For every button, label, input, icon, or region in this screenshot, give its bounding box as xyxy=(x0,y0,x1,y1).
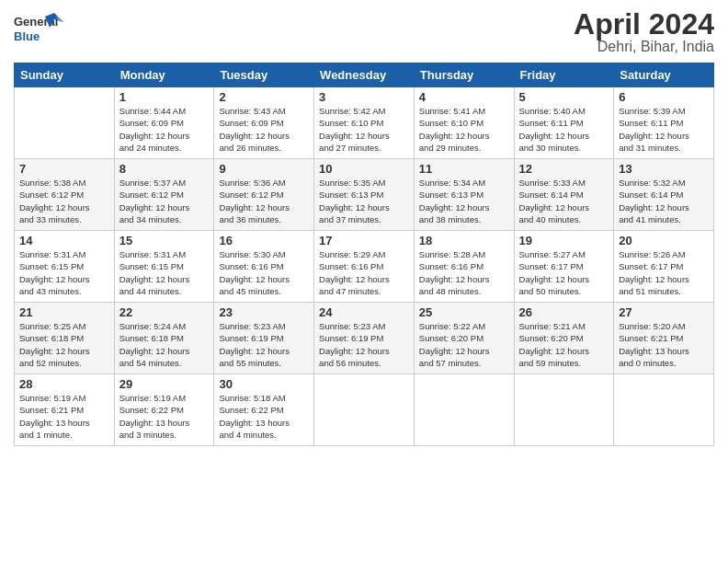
day-number: 30 xyxy=(219,377,309,391)
calendar-cell xyxy=(514,374,614,446)
day-info: Sunrise: 5:42 AM Sunset: 6:10 PM Dayligh… xyxy=(319,105,409,154)
calendar-cell: 8Sunrise: 5:37 AM Sunset: 6:12 PM Daylig… xyxy=(114,159,214,231)
calendar-cell: 15Sunrise: 5:31 AM Sunset: 6:15 PM Dayli… xyxy=(114,231,214,303)
calendar-cell: 22Sunrise: 5:24 AM Sunset: 6:18 PM Dayli… xyxy=(114,303,214,374)
day-info: Sunrise: 5:32 AM Sunset: 6:14 PM Dayligh… xyxy=(619,177,709,225)
day-number: 14 xyxy=(19,234,109,247)
header: General Blue April 2024 Dehri, Bihar, In… xyxy=(14,9,714,55)
calendar-cell: 25Sunrise: 5:22 AM Sunset: 6:20 PM Dayli… xyxy=(414,303,514,374)
day-number: 7 xyxy=(19,162,109,176)
day-info: Sunrise: 5:18 AM Sunset: 6:22 PM Dayligh… xyxy=(219,392,309,441)
column-header-tuesday: Tuesday xyxy=(214,63,314,87)
day-info: Sunrise: 5:33 AM Sunset: 6:14 PM Dayligh… xyxy=(519,177,609,225)
day-info: Sunrise: 5:38 AM Sunset: 6:12 PM Dayligh… xyxy=(19,177,109,225)
day-info: Sunrise: 5:23 AM Sunset: 6:19 PM Dayligh… xyxy=(319,320,409,369)
week-row-1: 1Sunrise: 5:44 AM Sunset: 6:09 PM Daylig… xyxy=(15,87,714,159)
day-number: 28 xyxy=(19,377,109,391)
column-header-thursday: Thursday xyxy=(414,63,514,87)
calendar-cell: 3Sunrise: 5:42 AM Sunset: 6:10 PM Daylig… xyxy=(314,87,415,159)
day-info: Sunrise: 5:24 AM Sunset: 6:18 PM Dayligh… xyxy=(119,320,210,369)
day-info: Sunrise: 5:39 AM Sunset: 6:11 PM Dayligh… xyxy=(619,105,709,154)
day-number: 15 xyxy=(119,234,210,247)
calendar-cell: 4Sunrise: 5:41 AM Sunset: 6:10 PM Daylig… xyxy=(414,87,514,159)
day-info: Sunrise: 5:37 AM Sunset: 6:12 PM Dayligh… xyxy=(119,177,210,225)
day-number: 11 xyxy=(419,162,509,176)
calendar-cell xyxy=(414,374,514,446)
column-header-monday: Monday xyxy=(114,63,214,87)
day-info: Sunrise: 5:19 AM Sunset: 6:22 PM Dayligh… xyxy=(119,392,210,441)
calendar-cell: 26Sunrise: 5:21 AM Sunset: 6:20 PM Dayli… xyxy=(514,303,614,374)
day-number: 13 xyxy=(619,162,709,176)
calendar-cell: 7Sunrise: 5:38 AM Sunset: 6:12 PM Daylig… xyxy=(15,159,115,231)
day-number: 9 xyxy=(219,162,309,176)
calendar-cell: 29Sunrise: 5:19 AM Sunset: 6:22 PM Dayli… xyxy=(114,374,214,446)
day-number: 21 xyxy=(19,305,109,319)
title-block: April 2024 Dehri, Bihar, India xyxy=(574,9,714,55)
calendar-cell: 12Sunrise: 5:33 AM Sunset: 6:14 PM Dayli… xyxy=(514,159,614,231)
calendar-cell: 6Sunrise: 5:39 AM Sunset: 6:11 PM Daylig… xyxy=(614,87,714,159)
calendar-cell: 11Sunrise: 5:34 AM Sunset: 6:13 PM Dayli… xyxy=(414,159,514,231)
calendar-cell: 23Sunrise: 5:23 AM Sunset: 6:19 PM Dayli… xyxy=(214,303,314,374)
week-row-5: 28Sunrise: 5:19 AM Sunset: 6:21 PM Dayli… xyxy=(15,374,714,446)
calendar-cell xyxy=(614,374,714,446)
day-number: 24 xyxy=(319,305,409,319)
column-header-sunday: Sunday xyxy=(15,63,115,87)
day-number: 17 xyxy=(319,234,409,247)
day-info: Sunrise: 5:34 AM Sunset: 6:13 PM Dayligh… xyxy=(419,177,509,225)
day-number: 29 xyxy=(119,377,210,391)
day-number: 26 xyxy=(519,305,609,319)
day-number: 22 xyxy=(119,305,210,319)
month-title: April 2024 xyxy=(574,9,714,39)
day-number: 10 xyxy=(319,162,409,176)
column-header-wednesday: Wednesday xyxy=(314,63,415,87)
day-info: Sunrise: 5:43 AM Sunset: 6:09 PM Dayligh… xyxy=(219,105,309,154)
day-info: Sunrise: 5:22 AM Sunset: 6:20 PM Dayligh… xyxy=(419,320,509,369)
day-info: Sunrise: 5:31 AM Sunset: 6:15 PM Dayligh… xyxy=(119,248,210,297)
calendar-cell: 30Sunrise: 5:18 AM Sunset: 6:22 PM Dayli… xyxy=(214,374,314,446)
day-number: 2 xyxy=(219,90,309,104)
day-info: Sunrise: 5:26 AM Sunset: 6:17 PM Dayligh… xyxy=(619,248,709,297)
day-number: 8 xyxy=(119,162,210,176)
day-info: Sunrise: 5:31 AM Sunset: 6:15 PM Dayligh… xyxy=(19,248,109,297)
day-number: 20 xyxy=(619,234,709,247)
day-info: Sunrise: 5:40 AM Sunset: 6:11 PM Dayligh… xyxy=(519,105,609,154)
day-number: 1 xyxy=(119,90,210,104)
day-info: Sunrise: 5:23 AM Sunset: 6:19 PM Dayligh… xyxy=(219,320,309,369)
logo: General Blue xyxy=(14,9,64,51)
calendar-cell xyxy=(314,374,415,446)
calendar-cell: 16Sunrise: 5:30 AM Sunset: 6:16 PM Dayli… xyxy=(214,231,314,303)
day-info: Sunrise: 5:29 AM Sunset: 6:16 PM Dayligh… xyxy=(319,248,409,297)
column-header-friday: Friday xyxy=(514,63,614,87)
calendar-cell: 21Sunrise: 5:25 AM Sunset: 6:18 PM Dayli… xyxy=(15,303,115,374)
calendar-cell: 24Sunrise: 5:23 AM Sunset: 6:19 PM Dayli… xyxy=(314,303,415,374)
day-number: 18 xyxy=(419,234,509,247)
calendar-cell: 14Sunrise: 5:31 AM Sunset: 6:15 PM Dayli… xyxy=(15,231,115,303)
calendar-cell: 18Sunrise: 5:28 AM Sunset: 6:16 PM Dayli… xyxy=(414,231,514,303)
calendar-cell: 5Sunrise: 5:40 AM Sunset: 6:11 PM Daylig… xyxy=(514,87,614,159)
day-number: 6 xyxy=(619,90,709,104)
header-row: SundayMondayTuesdayWednesdayThursdayFrid… xyxy=(15,63,714,87)
day-number: 16 xyxy=(219,234,309,247)
calendar-cell: 13Sunrise: 5:32 AM Sunset: 6:14 PM Dayli… xyxy=(614,159,714,231)
day-info: Sunrise: 5:25 AM Sunset: 6:18 PM Dayligh… xyxy=(19,320,109,369)
week-row-3: 14Sunrise: 5:31 AM Sunset: 6:15 PM Dayli… xyxy=(15,231,714,303)
day-number: 4 xyxy=(419,90,509,104)
calendar-cell: 10Sunrise: 5:35 AM Sunset: 6:13 PM Dayli… xyxy=(314,159,415,231)
calendar-cell xyxy=(15,87,115,159)
calendar-cell: 2Sunrise: 5:43 AM Sunset: 6:09 PM Daylig… xyxy=(214,87,314,159)
day-info: Sunrise: 5:36 AM Sunset: 6:12 PM Dayligh… xyxy=(219,177,309,225)
day-info: Sunrise: 5:19 AM Sunset: 6:21 PM Dayligh… xyxy=(19,392,109,441)
day-info: Sunrise: 5:41 AM Sunset: 6:10 PM Dayligh… xyxy=(419,105,509,154)
calendar-table: SundayMondayTuesdayWednesdayThursdayFrid… xyxy=(14,63,714,446)
day-number: 3 xyxy=(319,90,409,104)
day-info: Sunrise: 5:30 AM Sunset: 6:16 PM Dayligh… xyxy=(219,248,309,297)
week-row-2: 7Sunrise: 5:38 AM Sunset: 6:12 PM Daylig… xyxy=(15,159,714,231)
day-number: 27 xyxy=(619,305,709,319)
calendar-cell: 27Sunrise: 5:20 AM Sunset: 6:21 PM Dayli… xyxy=(614,303,714,374)
column-header-saturday: Saturday xyxy=(614,63,714,87)
calendar-cell: 20Sunrise: 5:26 AM Sunset: 6:17 PM Dayli… xyxy=(614,231,714,303)
page-container: General Blue April 2024 Dehri, Bihar, In… xyxy=(0,0,728,455)
day-number: 12 xyxy=(519,162,609,176)
svg-text:Blue: Blue xyxy=(14,29,40,43)
day-info: Sunrise: 5:20 AM Sunset: 6:21 PM Dayligh… xyxy=(619,320,709,369)
